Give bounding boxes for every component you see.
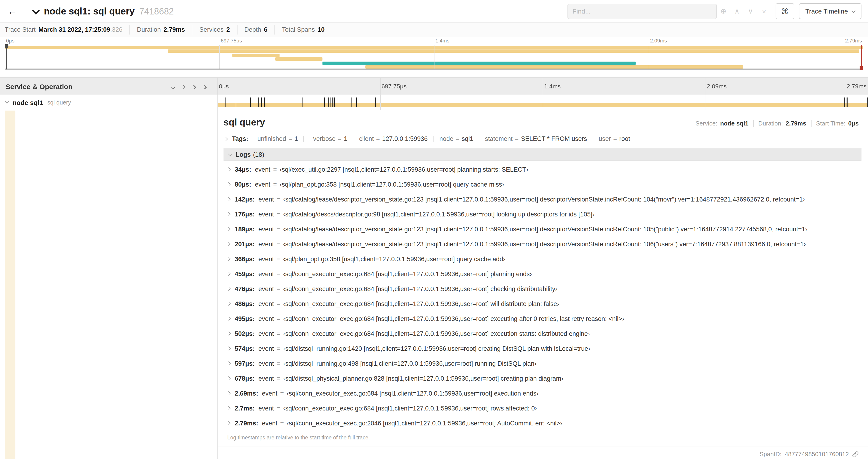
log-row[interactable]: 34μs:event=‹sql/exec_util.go:2297 [nsql1… xyxy=(223,162,862,177)
span-detail-header: sql query Service:node sql1Duration:2.79… xyxy=(223,117,862,128)
accordion-controls xyxy=(169,81,209,92)
log-field-name: event xyxy=(258,360,274,367)
log-row[interactable]: 2.7ms:event=‹sql/conn_executor_exec.go:6… xyxy=(223,401,862,416)
log-row[interactable]: 476μs:event=‹sql/conn_executor_exec.go:6… xyxy=(223,281,862,296)
grid-line xyxy=(705,95,706,110)
log-event-tick xyxy=(847,97,847,107)
minimap-scrubber-right[interactable] xyxy=(861,45,862,69)
expand-one-button[interactable] xyxy=(179,81,188,92)
tag-value: SELECT * FROM users xyxy=(521,135,587,142)
trace-view-selector[interactable]: Trace Timeline xyxy=(799,3,862,19)
equals-sign: = xyxy=(277,405,280,412)
log-row[interactable]: 2.79ms:event=‹sql/conn_executor_exec.go:… xyxy=(223,416,862,431)
equals-sign: = xyxy=(277,330,280,337)
meta-value: node sql1 xyxy=(720,120,748,127)
log-row[interactable]: 678μs:event=‹sql/distsql_physical_planne… xyxy=(223,371,862,386)
log-message: ‹sql/distsql_physical_planner.go:828 [ns… xyxy=(283,375,563,382)
chevron-right-icon xyxy=(227,347,231,351)
link-icon[interactable] xyxy=(852,451,859,457)
chevron-down-icon xyxy=(228,152,232,156)
find-input[interactable] xyxy=(567,3,717,19)
chevron-down-icon xyxy=(171,85,175,89)
logs-header[interactable]: Logs (18) xyxy=(223,148,862,161)
prev-result-button[interactable]: ∧ xyxy=(730,3,744,19)
log-row[interactable]: 502μs:event=‹sql/conn_executor_exec.go:6… xyxy=(223,326,862,341)
tag-key: node xyxy=(439,135,453,142)
circled-plus-icon: ⊕ xyxy=(720,7,726,15)
divider xyxy=(593,135,593,142)
log-row[interactable]: 495μs:event=‹sql/conn_executor_exec.go:6… xyxy=(223,311,862,326)
clear-search-button[interactable]: × xyxy=(757,3,771,19)
log-row[interactable]: 597μs:event=‹sql/distsql_running.go:498 … xyxy=(223,356,862,371)
summary-value: March 31 2022, 17:25:09.326 xyxy=(38,25,123,35)
minimap-canvas[interactable] xyxy=(5,45,863,69)
log-event-tick xyxy=(334,97,335,107)
span-indent-guide xyxy=(5,110,16,459)
log-timestamp: 574μs: xyxy=(235,345,255,352)
minimap-scrubber-left[interactable] xyxy=(6,45,7,69)
service-operation-label: Service & Operation xyxy=(6,82,72,90)
log-row[interactable]: 574μs:event=‹sql/distsql_running.go:1420… xyxy=(223,341,862,356)
minimap-scrubber-handle[interactable] xyxy=(5,44,8,48)
ruler-label: 1.4ms xyxy=(544,83,561,90)
grid-line xyxy=(434,45,434,69)
log-row[interactable]: 2.69ms:event=‹sql/conn_executor_exec.go:… xyxy=(223,386,862,401)
log-row[interactable]: 142μs:event=‹sql/catalog/lease/descripto… xyxy=(223,192,862,207)
span-detail-panel: sql query Service:node sql1Duration:2.79… xyxy=(218,110,868,447)
log-event-tick xyxy=(258,97,259,107)
timeline-header-row: Service & Operation 0μs697.75μs1.4ms2.09… xyxy=(0,77,868,95)
minimap-scrubber-handle[interactable] xyxy=(860,66,864,70)
chevron-right-icon xyxy=(227,197,231,201)
log-message: ‹sql/exec_util.go:2297 [nsql1,client=127… xyxy=(280,166,528,173)
chevron-down-icon[interactable] xyxy=(5,100,9,104)
span-id-row: SpanID: 4877749850101760812 xyxy=(218,447,868,458)
log-row[interactable]: 189μs:event=‹sql/catalog/lease/descripto… xyxy=(223,222,862,236)
collapse-all-button[interactable] xyxy=(189,81,198,92)
log-row[interactable]: 176μs:event=‹sql/catalog/descs/descripto… xyxy=(223,207,862,222)
span-row[interactable]: node sql1 sql query xyxy=(0,95,868,110)
view-selector-label: Trace Timeline xyxy=(805,7,848,15)
column-divider[interactable] xyxy=(217,77,218,459)
log-row[interactable]: 201μs:event=‹sql/catalog/lease/descripto… xyxy=(223,236,862,252)
log-row[interactable]: 486μs:event=‹sql/conn_executor_exec.go:6… xyxy=(223,296,862,311)
span-detail-title: sql query xyxy=(223,117,265,128)
log-event-tick xyxy=(351,97,352,107)
span-bar-track[interactable] xyxy=(217,95,868,110)
log-event-tick xyxy=(356,97,357,107)
minimap-span-bar xyxy=(365,65,743,69)
tag-value: 1 xyxy=(344,135,347,142)
timeline-ruler: 0μs697.75μs1.4ms2.09ms2.79ms xyxy=(217,78,868,95)
summary-item: Services2 xyxy=(192,25,238,35)
log-event-tick xyxy=(236,97,236,107)
chevron-right-icon xyxy=(227,212,231,216)
log-field-name: event xyxy=(258,330,274,337)
tag-key: user xyxy=(599,135,611,142)
log-row[interactable]: 366μs:event=‹sql/plan_opt.go:358 [nsql1,… xyxy=(223,252,862,266)
keyboard-shortcuts-button[interactable]: ⌘ xyxy=(775,3,794,19)
ruler-label: 2.09ms xyxy=(707,83,726,90)
log-field-name: event xyxy=(258,315,274,322)
divider xyxy=(753,120,754,127)
log-row[interactable]: 80μs:event=‹sql/plan_opt.go:358 [nsql1,c… xyxy=(223,177,862,192)
collapse-one-button[interactable] xyxy=(169,81,177,92)
log-timestamp: 2.69ms: xyxy=(235,390,258,397)
log-message: ‹sql/conn_executor_exec.go:684 [nsql1,cl… xyxy=(283,405,537,412)
tags-row[interactable]: Tags: _unfinished=1_verbose=1client=127.… xyxy=(223,135,862,142)
next-result-button[interactable]: ∨ xyxy=(744,3,757,19)
span-name-column[interactable]: node sql1 sql query xyxy=(0,95,217,110)
logs-list: 34μs:event=‹sql/exec_util.go:2297 [nsql1… xyxy=(223,161,862,431)
ruler-label: 2.79ms xyxy=(845,38,862,43)
expand-all-button[interactable] xyxy=(200,81,209,92)
log-event-tick xyxy=(333,97,333,107)
log-row[interactable]: 459μs:event=‹sql/conn_executor_exec.go:6… xyxy=(223,266,862,281)
logs-count: (18) xyxy=(253,151,265,158)
trace-collapse-control[interactable] xyxy=(33,7,39,15)
back-button[interactable]: ← xyxy=(0,0,25,22)
ruler-label: 2.79ms xyxy=(847,83,867,90)
trace-name: node sql1: sql query xyxy=(44,6,135,17)
chevron-up-icon: ∧ xyxy=(734,7,739,15)
chevron-right-icon xyxy=(227,391,231,395)
zoom-plus-button[interactable]: ⊕ xyxy=(717,3,730,19)
equals-sign: = xyxy=(613,135,617,142)
grid-line xyxy=(380,78,380,95)
